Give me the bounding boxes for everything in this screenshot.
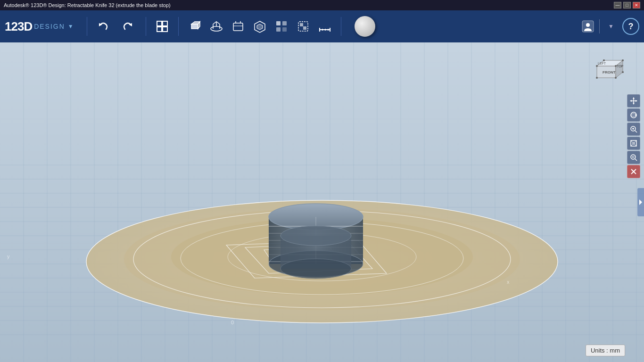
svg-marker-132 [639, 199, 642, 205]
material-sphere-button[interactable] [355, 16, 375, 37]
toolbar: 123D DESIGN ▼ [0, 10, 644, 42]
sketch-button[interactable] [206, 16, 227, 37]
close-panel-button[interactable] [627, 165, 640, 178]
fit-all-icon [155, 19, 169, 33]
svg-marker-12 [257, 24, 263, 30]
svg-point-91 [281, 259, 351, 279]
svg-line-118 [635, 131, 637, 132]
modify-button[interactable] [228, 16, 248, 37]
viewport[interactable]: 0 x y FRONT LEFT TOP [0, 42, 644, 362]
svg-text:TOP: TOP [617, 65, 624, 68]
svg-rect-122 [632, 142, 635, 145]
svg-text:FRONT: FRONT [603, 70, 616, 74]
snap-button[interactable] [249, 16, 270, 37]
user-account-icon[interactable] [580, 19, 595, 34]
svg-marker-112 [630, 100, 632, 102]
dropdown-arrow-icon[interactable]: ▼ [603, 19, 619, 34]
view-controls-panel [627, 94, 640, 178]
redo-button[interactable] [117, 16, 138, 37]
modify-icon [231, 19, 245, 33]
svg-point-105 [603, 59, 605, 61]
toolbar-right: ▼ ? [580, 18, 639, 35]
svg-marker-111 [633, 103, 635, 105]
svg-point-106 [622, 59, 624, 61]
svg-rect-3 [163, 21, 167, 26]
svg-rect-2 [157, 21, 162, 26]
svg-point-102 [615, 65, 617, 67]
titlebar: Autodesk® 123D® Design: Retractable Knif… [0, 0, 644, 10]
sketch-icon [209, 19, 223, 33]
fit-view-button[interactable] [627, 137, 640, 150]
orbit-button[interactable] [627, 108, 640, 122]
logo-subtitle: DESIGN [34, 23, 65, 30]
nav-cube[interactable]: FRONT LEFT TOP [587, 52, 625, 90]
svg-point-104 [615, 77, 617, 79]
undo-icon [97, 20, 110, 33]
svg-marker-113 [636, 100, 637, 102]
svg-rect-18 [300, 23, 303, 26]
box-icon [188, 19, 202, 33]
svg-marker-110 [633, 97, 635, 99]
svg-text:x: x [507, 279, 510, 285]
svg-rect-16 [282, 27, 287, 32]
svg-text:LEFT: LEFT [598, 62, 606, 65]
svg-point-27 [586, 23, 590, 27]
snap-icon [253, 19, 267, 33]
separator-4 [341, 17, 341, 36]
primitives-group [184, 16, 335, 37]
svg-rect-15 [276, 27, 281, 32]
pattern-button[interactable] [271, 16, 292, 37]
undo-redo-group [93, 16, 138, 37]
measure-button[interactable] [314, 16, 335, 37]
group-button[interactable] [293, 16, 314, 37]
svg-point-90 [281, 226, 351, 246]
separator-2 [146, 17, 146, 36]
svg-rect-19 [303, 26, 306, 30]
svg-rect-13 [276, 21, 281, 25]
svg-rect-14 [282, 21, 287, 25]
svg-point-9 [211, 26, 222, 31]
separator-3 [178, 17, 179, 36]
zoom-button[interactable] [627, 123, 640, 136]
svg-point-129 [632, 156, 634, 158]
logo-dropdown-arrow[interactable]: ▼ [68, 23, 74, 30]
separator-1 [87, 17, 87, 36]
zoom-region-button[interactable] [627, 151, 640, 164]
svg-point-103 [596, 77, 598, 79]
units-label[interactable]: Units : mm [586, 345, 625, 356]
help-button[interactable]: ? [622, 18, 639, 35]
svg-text:0: 0 [231, 320, 234, 325]
svg-rect-4 [157, 27, 162, 32]
svg-point-101 [596, 65, 598, 67]
svg-point-127 [631, 155, 636, 159]
separator-5 [599, 19, 600, 33]
close-button[interactable]: ✕ [633, 2, 640, 8]
box-primitive-button[interactable] [184, 16, 205, 37]
group-icon [296, 19, 310, 33]
svg-marker-6 [191, 24, 198, 29]
measure-icon [318, 19, 332, 33]
grid-canvas: 0 x y [0, 42, 644, 362]
expand-panel-tab[interactable] [637, 188, 644, 216]
svg-rect-5 [163, 27, 167, 32]
app-logo[interactable]: 123D DESIGN ▼ [5, 19, 74, 34]
undo-button[interactable] [93, 16, 114, 37]
maximize-button[interactable]: □ [623, 2, 631, 8]
pattern-icon [274, 19, 289, 33]
titlebar-controls[interactable]: — □ ✕ [614, 2, 640, 8]
minimize-button[interactable]: — [614, 2, 621, 8]
pan-button[interactable] [627, 94, 640, 107]
redo-icon [121, 20, 134, 33]
svg-text:y: y [7, 254, 10, 259]
svg-point-107 [622, 71, 624, 73]
svg-rect-10 [233, 23, 243, 31]
fit-all-button[interactable] [152, 16, 173, 37]
logo-text: 123D [5, 19, 32, 34]
svg-line-128 [635, 159, 637, 161]
window-title: Autodesk® 123D® Design: Retractable Knif… [4, 2, 171, 8]
